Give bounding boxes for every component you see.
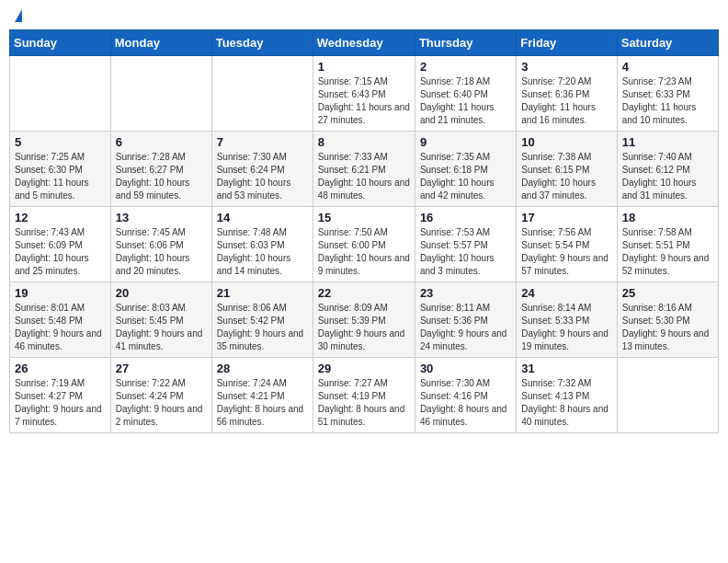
- calendar-cell: 11Sunrise: 7:40 AM Sunset: 6:12 PM Dayli…: [617, 132, 718, 207]
- day-info: Sunrise: 7:19 AM Sunset: 4:27 PM Dayligh…: [15, 377, 106, 429]
- day-info: Sunrise: 7:43 AM Sunset: 6:09 PM Dayligh…: [15, 226, 106, 278]
- day-number: 4: [622, 60, 713, 74]
- day-number: 31: [521, 362, 611, 375]
- day-info: Sunrise: 8:09 AM Sunset: 5:39 PM Dayligh…: [318, 302, 410, 353]
- calendar-cell: [211, 56, 313, 132]
- calendar-cell: 27Sunrise: 7:22 AM Sunset: 4:24 PM Dayli…: [110, 358, 211, 433]
- day-number: 9: [420, 135, 511, 149]
- page-header: [9, 9, 719, 22]
- calendar-cell: 31Sunrise: 7:32 AM Sunset: 4:13 PM Dayli…: [517, 358, 617, 433]
- calendar-cell: [10, 56, 111, 132]
- calendar-body: 1Sunrise: 7:15 AM Sunset: 6:43 PM Daylig…: [10, 56, 719, 433]
- day-info: Sunrise: 8:01 AM Sunset: 5:48 PM Dayligh…: [15, 302, 106, 353]
- calendar-cell: 19Sunrise: 8:01 AM Sunset: 5:48 PM Dayli…: [10, 282, 111, 358]
- day-info: Sunrise: 7:18 AM Sunset: 6:40 PM Dayligh…: [420, 75, 511, 127]
- day-info: Sunrise: 7:23 AM Sunset: 6:33 PM Dayligh…: [622, 75, 713, 127]
- day-number: 15: [318, 211, 410, 224]
- calendar-cell: 4Sunrise: 7:23 AM Sunset: 6:33 PM Daylig…: [617, 56, 718, 132]
- calendar-cell: 16Sunrise: 7:53 AM Sunset: 5:57 PM Dayli…: [415, 207, 516, 282]
- day-number: 2: [420, 60, 511, 74]
- calendar-week-row: 12Sunrise: 7:43 AM Sunset: 6:09 PM Dayli…: [10, 207, 719, 282]
- calendar-cell: 30Sunrise: 7:30 AM Sunset: 4:16 PM Dayli…: [415, 358, 516, 433]
- day-info: Sunrise: 7:38 AM Sunset: 6:15 PM Dayligh…: [521, 151, 611, 202]
- day-info: Sunrise: 7:33 AM Sunset: 6:21 PM Dayligh…: [318, 151, 410, 202]
- day-number: 20: [116, 286, 207, 300]
- calendar-week-row: 19Sunrise: 8:01 AM Sunset: 5:48 PM Dayli…: [10, 282, 719, 358]
- calendar-cell: 7Sunrise: 7:30 AM Sunset: 6:24 PM Daylig…: [211, 132, 313, 207]
- day-number: 7: [217, 135, 308, 149]
- calendar-cell: 15Sunrise: 7:50 AM Sunset: 6:00 PM Dayli…: [313, 207, 415, 282]
- weekday-header-cell: Friday: [517, 30, 617, 56]
- day-number: 24: [521, 286, 611, 300]
- calendar-cell: 5Sunrise: 7:25 AM Sunset: 6:30 PM Daylig…: [10, 132, 111, 207]
- day-info: Sunrise: 7:53 AM Sunset: 5:57 PM Dayligh…: [420, 226, 511, 278]
- day-number: 6: [116, 135, 207, 149]
- day-number: 19: [15, 286, 106, 300]
- calendar-cell: 28Sunrise: 7:24 AM Sunset: 4:21 PM Dayli…: [211, 358, 313, 433]
- day-info: Sunrise: 7:27 AM Sunset: 4:19 PM Dayligh…: [318, 377, 410, 429]
- calendar-cell: 6Sunrise: 7:28 AM Sunset: 6:27 PM Daylig…: [110, 132, 211, 207]
- weekday-header-cell: Wednesday: [313, 30, 415, 56]
- calendar-cell: 3Sunrise: 7:20 AM Sunset: 6:36 PM Daylig…: [517, 56, 617, 132]
- day-number: 17: [521, 211, 611, 224]
- day-number: 27: [116, 362, 207, 375]
- day-info: Sunrise: 7:30 AM Sunset: 4:16 PM Dayligh…: [420, 377, 511, 429]
- logo: [13, 9, 22, 22]
- day-info: Sunrise: 8:06 AM Sunset: 5:42 PM Dayligh…: [217, 302, 308, 353]
- day-info: Sunrise: 7:56 AM Sunset: 5:54 PM Dayligh…: [521, 226, 611, 278]
- day-number: 22: [318, 286, 410, 300]
- calendar-cell: 25Sunrise: 8:16 AM Sunset: 5:30 PM Dayli…: [617, 282, 718, 358]
- weekday-header-cell: Tuesday: [211, 30, 313, 56]
- day-number: 11: [622, 135, 713, 149]
- day-number: 26: [15, 362, 106, 375]
- weekday-header-cell: Saturday: [617, 30, 718, 56]
- day-number: 25: [622, 286, 713, 300]
- day-info: Sunrise: 7:20 AM Sunset: 6:36 PM Dayligh…: [521, 75, 611, 127]
- day-number: 23: [420, 286, 511, 300]
- weekday-header-cell: Monday: [110, 30, 211, 56]
- calendar-cell: [617, 358, 718, 433]
- day-info: Sunrise: 8:16 AM Sunset: 5:30 PM Dayligh…: [622, 302, 713, 353]
- day-info: Sunrise: 8:11 AM Sunset: 5:36 PM Dayligh…: [420, 302, 511, 353]
- day-info: Sunrise: 7:30 AM Sunset: 6:24 PM Dayligh…: [217, 151, 308, 202]
- calendar-cell: 21Sunrise: 8:06 AM Sunset: 5:42 PM Dayli…: [211, 282, 313, 358]
- day-number: 30: [420, 362, 511, 375]
- weekday-header-cell: Sunday: [10, 30, 111, 56]
- calendar-cell: 14Sunrise: 7:48 AM Sunset: 6:03 PM Dayli…: [211, 207, 313, 282]
- day-number: 13: [116, 211, 207, 224]
- day-number: 10: [521, 135, 611, 149]
- day-number: 12: [15, 211, 106, 224]
- calendar-week-row: 5Sunrise: 7:25 AM Sunset: 6:30 PM Daylig…: [10, 132, 719, 207]
- day-number: 5: [15, 135, 106, 149]
- calendar-cell: 12Sunrise: 7:43 AM Sunset: 6:09 PM Dayli…: [10, 207, 111, 282]
- calendar-cell: 2Sunrise: 7:18 AM Sunset: 6:40 PM Daylig…: [415, 56, 516, 132]
- day-info: Sunrise: 7:50 AM Sunset: 6:00 PM Dayligh…: [318, 226, 410, 278]
- day-info: Sunrise: 7:58 AM Sunset: 5:51 PM Dayligh…: [622, 226, 713, 278]
- day-info: Sunrise: 8:14 AM Sunset: 5:33 PM Dayligh…: [521, 302, 611, 353]
- calendar-cell: 20Sunrise: 8:03 AM Sunset: 5:45 PM Dayli…: [110, 282, 211, 358]
- day-info: Sunrise: 7:24 AM Sunset: 4:21 PM Dayligh…: [217, 377, 308, 429]
- day-number: 1: [318, 60, 410, 74]
- calendar-cell: 26Sunrise: 7:19 AM Sunset: 4:27 PM Dayli…: [10, 358, 111, 433]
- day-info: Sunrise: 7:35 AM Sunset: 6:18 PM Dayligh…: [420, 151, 511, 202]
- day-number: 21: [217, 286, 308, 300]
- day-number: 29: [318, 362, 410, 375]
- calendar-cell: 24Sunrise: 8:14 AM Sunset: 5:33 PM Dayli…: [517, 282, 617, 358]
- day-number: 3: [521, 60, 611, 74]
- day-number: 18: [622, 211, 713, 224]
- weekday-header-row: SundayMondayTuesdayWednesdayThursdayFrid…: [10, 30, 719, 56]
- calendar-cell: 18Sunrise: 7:58 AM Sunset: 5:51 PM Dayli…: [617, 207, 718, 282]
- calendar-cell: 1Sunrise: 7:15 AM Sunset: 6:43 PM Daylig…: [313, 56, 415, 132]
- logo-triangle-icon: [15, 9, 22, 22]
- day-info: Sunrise: 7:15 AM Sunset: 6:43 PM Dayligh…: [318, 75, 410, 127]
- day-number: 16: [420, 211, 511, 224]
- calendar-cell: 10Sunrise: 7:38 AM Sunset: 6:15 PM Dayli…: [517, 132, 617, 207]
- calendar-cell: 9Sunrise: 7:35 AM Sunset: 6:18 PM Daylig…: [415, 132, 516, 207]
- calendar-table: SundayMondayTuesdayWednesdayThursdayFrid…: [9, 29, 719, 433]
- calendar-week-row: 1Sunrise: 7:15 AM Sunset: 6:43 PM Daylig…: [10, 56, 719, 132]
- calendar-cell: [110, 56, 211, 132]
- calendar-cell: 22Sunrise: 8:09 AM Sunset: 5:39 PM Dayli…: [313, 282, 415, 358]
- calendar-cell: 8Sunrise: 7:33 AM Sunset: 6:21 PM Daylig…: [313, 132, 415, 207]
- day-info: Sunrise: 7:48 AM Sunset: 6:03 PM Dayligh…: [217, 226, 308, 278]
- day-info: Sunrise: 7:22 AM Sunset: 4:24 PM Dayligh…: [116, 377, 207, 429]
